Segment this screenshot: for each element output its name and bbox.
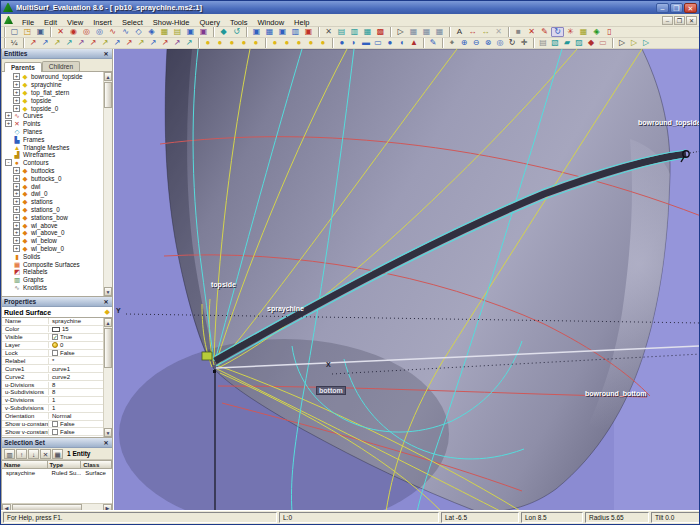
- scale-quarter-icon[interactable]: ¼: [8, 38, 20, 48]
- insert-table-icon[interactable]: ▤: [171, 27, 184, 37]
- column-header-type[interactable]: Type: [48, 460, 82, 469]
- expand-icon[interactable]: +: [13, 73, 20, 80]
- checked-checkbox-icon[interactable]: ✓: [52, 334, 58, 340]
- collapse-icon[interactable]: -: [5, 159, 12, 166]
- expand-icon[interactable]: +: [13, 245, 20, 252]
- delete-entity-icon[interactable]: ✕: [54, 27, 67, 37]
- expand-icon[interactable]: +: [13, 198, 20, 205]
- property-value[interactable]: curve2: [49, 374, 103, 380]
- ellipse-tool-6-icon[interactable]: ◖: [396, 38, 408, 48]
- hide-lamp-2-icon[interactable]: ●: [281, 38, 293, 48]
- tree-item-wl_below_0[interactable]: +◆wl_below_0: [2, 245, 103, 253]
- insert-tool-8-icon[interactable]: ↗: [111, 38, 123, 48]
- insert-tool-2-icon[interactable]: ↗: [39, 38, 51, 48]
- select-pointer-icon[interactable]: ▷: [394, 27, 407, 37]
- show-lamp-4-icon[interactable]: ●: [238, 38, 250, 48]
- show-lamp-3-icon[interactable]: ●: [226, 38, 238, 48]
- unchecked-checkbox-icon[interactable]: [52, 421, 58, 427]
- insert-surface2-icon[interactable]: ◈: [145, 27, 158, 37]
- property-row-relabel[interactable]: Relabel*: [2, 357, 103, 365]
- property-value[interactable]: False: [49, 421, 103, 427]
- insert-tool-12-icon[interactable]: ↗: [159, 38, 171, 48]
- filter-icon[interactable]: ◆: [105, 308, 110, 316]
- edit-pen-icon[interactable]: ✎: [538, 27, 551, 37]
- tree-item-curves[interactable]: +∿Curves: [2, 112, 103, 120]
- tree-item-topside[interactable]: +◆topside: [2, 96, 103, 104]
- tree-item-relabels[interactable]: ◩Relabels: [2, 268, 103, 276]
- window-split-icon[interactable]: ▥: [289, 27, 302, 37]
- property-value[interactable]: 1: [49, 397, 103, 403]
- scroll-up-icon[interactable]: ▲: [104, 318, 112, 327]
- property-value[interactable]: Normal: [49, 413, 103, 419]
- selected-corner-marker[interactable]: [202, 352, 212, 360]
- property-value[interactable]: spraychine: [49, 318, 103, 324]
- insert-bead-icon[interactable]: ◎: [80, 27, 93, 37]
- move-up-icon[interactable]: ↑: [16, 449, 27, 459]
- property-value[interactable]: 15: [49, 326, 103, 332]
- save-file-icon[interactable]: ▣: [34, 27, 47, 37]
- update-model-icon[interactable]: ◈: [590, 27, 603, 37]
- ellipse-tool-1-icon[interactable]: ●: [336, 38, 348, 48]
- solid-view-icon[interactable]: ■: [512, 27, 525, 37]
- tab-children[interactable]: Children: [42, 61, 80, 71]
- pick-remove-icon[interactable]: ▷: [640, 38, 652, 48]
- insert-tool-14-icon[interactable]: ↗: [183, 38, 195, 48]
- insert-tool-4-icon[interactable]: ↗: [63, 38, 75, 48]
- pan-view-icon[interactable]: ✛: [518, 38, 530, 48]
- unchecked-checkbox-icon[interactable]: [52, 429, 58, 435]
- tree-item-dwl[interactable]: +◆dwl: [2, 182, 103, 190]
- close-icon[interactable]: ✕: [102, 50, 110, 57]
- mdi-minimize-button[interactable]: –: [662, 16, 673, 25]
- property-value[interactable]: curve1: [49, 366, 103, 372]
- property-value[interactable]: 8: [49, 389, 103, 395]
- expand-icon[interactable]: +: [13, 214, 20, 221]
- property-row-visible[interactable]: Visible✓True: [2, 334, 103, 342]
- hide-lamp-4-icon[interactable]: ●: [305, 38, 317, 48]
- tree-item-points[interactable]: +✕Points: [2, 120, 103, 128]
- zoom-in-icon[interactable]: ⊕: [458, 38, 470, 48]
- tree-item-wl_above[interactable]: +◆wl_above: [2, 221, 103, 229]
- property-value[interactable]: False: [49, 350, 103, 356]
- tree-item-topside_0[interactable]: +◆topside_0: [2, 104, 103, 112]
- pick-add-icon[interactable]: ▷: [628, 38, 640, 48]
- plane-mode-icon[interactable]: ▭: [597, 38, 609, 48]
- rotate-view-icon[interactable]: ↻: [506, 38, 518, 48]
- shaded-mode-icon[interactable]: ▧: [549, 38, 561, 48]
- close-button[interactable]: ✕: [684, 3, 697, 13]
- property-row-u-divisions[interactable]: u-Divisions8: [2, 381, 103, 389]
- entity-solid-icon[interactable]: ▣: [197, 27, 210, 37]
- new-file-icon[interactable]: ▢: [8, 27, 21, 37]
- sketch-pen-icon[interactable]: ✎: [427, 38, 439, 48]
- pick-pointer-icon[interactable]: ▷: [616, 38, 628, 48]
- mdi-close-button[interactable]: ✕: [686, 16, 697, 25]
- expand-icon[interactable]: +: [13, 175, 20, 182]
- property-row-color[interactable]: Color15: [2, 326, 103, 334]
- property-value[interactable]: 0: [49, 342, 103, 348]
- selection-row[interactable]: spraychineRuled Su...Surface: [2, 469, 112, 478]
- mesh-mode-icon[interactable]: ▨: [573, 38, 585, 48]
- rotate-mode-icon[interactable]: ↻: [551, 27, 564, 37]
- tree-item-graphs[interactable]: ▥Graphs: [2, 276, 103, 284]
- mdi-restore-button[interactable]: ❒: [674, 16, 685, 25]
- expand-icon[interactable]: +: [13, 105, 20, 112]
- insert-snake-icon[interactable]: ∿: [119, 27, 132, 37]
- maximize-button[interactable]: ❒: [670, 3, 683, 13]
- insert-tool-11-icon[interactable]: ↗: [147, 38, 159, 48]
- insert-magnet-icon[interactable]: ◎: [93, 27, 106, 37]
- property-row-u-subdivisions[interactable]: u-Subdivisions8: [2, 389, 103, 397]
- tree-item-planes[interactable]: ◇Planes: [2, 128, 103, 136]
- expand-icon[interactable]: +: [13, 81, 20, 88]
- color-swatch[interactable]: [52, 327, 60, 332]
- window-close-icon[interactable]: ▣: [302, 27, 315, 37]
- normals-mode-icon[interactable]: ◆: [585, 38, 597, 48]
- expand-icon[interactable]: +: [5, 120, 12, 127]
- property-value[interactable]: False: [49, 429, 103, 435]
- exit-door-icon[interactable]: ▯: [603, 27, 616, 37]
- measure-disabled-icon[interactable]: ✕: [492, 27, 505, 37]
- tree-item-buttocks[interactable]: +◆buttocks: [2, 167, 103, 175]
- expand-icon[interactable]: +: [13, 97, 20, 104]
- grid-edit-icon[interactable]: ▦: [433, 27, 446, 37]
- tree-item-triangle meshes[interactable]: ▲Triangle Meshes: [2, 143, 103, 151]
- zoom-previous-icon[interactable]: ◎: [494, 38, 506, 48]
- insert-tool-1-icon[interactable]: ↗: [27, 38, 39, 48]
